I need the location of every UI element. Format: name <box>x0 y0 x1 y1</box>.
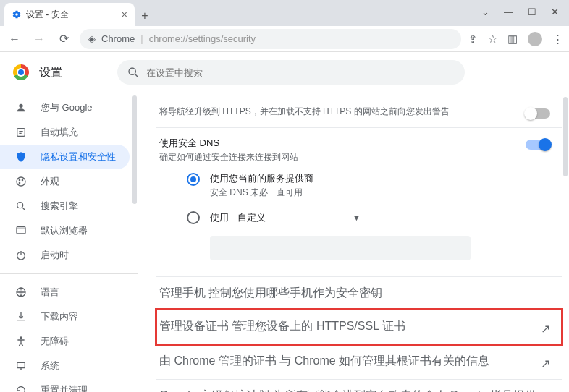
sidebar-item-on-startup[interactable]: 启动时 <box>0 243 138 268</box>
row-advanced-protection[interactable]: Google 高级保护计划 为所有可能会遭到定向攻击的个人 Google 帐号提… <box>156 379 562 392</box>
svg-point-5 <box>19 179 20 180</box>
svg-point-0 <box>129 68 135 74</box>
sidebar-item-accessibility[interactable]: 无障碍 <box>0 329 138 354</box>
sidebar-item-appearance[interactable]: 外观 <box>0 169 138 194</box>
new-tab-button[interactable]: + <box>135 6 155 26</box>
svg-point-7 <box>19 182 20 183</box>
row-sub: 管理您设备上的 HTTPS/SSL 证书 <box>232 320 405 332</box>
person-icon <box>14 102 28 114</box>
close-window-icon[interactable]: ✕ <box>551 7 559 17</box>
power-icon <box>14 250 28 261</box>
menu-icon[interactable]: ⋮ <box>552 33 563 46</box>
toggle-secure-dns[interactable] <box>526 140 550 150</box>
omnibox-origin: Chrome <box>101 33 135 44</box>
radio-custom-provider[interactable]: 使用 自定义 ▼ <box>187 205 550 230</box>
radio-current-provider[interactable]: 使用您当前的服务提供商 安全 DNS 未必一直可用 <box>187 166 550 205</box>
profile-avatar[interactable] <box>528 32 542 46</box>
row-sub: 确定如何通过安全连接来连接到网站 <box>159 151 298 163</box>
dns-provider-select[interactable]: 自定义 ▼ <box>237 211 361 224</box>
sidebar-item-label: 默认浏览器 <box>41 224 88 237</box>
sidebar-item-label: 下载内容 <box>41 310 78 323</box>
share-icon[interactable]: ⇪ <box>468 33 478 46</box>
row-label: 使用安全 DNS <box>159 137 298 150</box>
row-https-upgrade[interactable]: 将导航径升级到 HTTPS，并在加载不支持 HTTPS 的网站之前向您发出警告 <box>156 97 562 127</box>
sidebar-scrollbar[interactable] <box>132 95 137 204</box>
radio-icon <box>187 211 200 224</box>
row-secure-dns: 使用安全 DNS 确定如何通过安全连接来连接到网站 使用您当前的服务提供商 安全… <box>156 127 562 276</box>
browser-icon <box>14 225 28 237</box>
svg-rect-3 <box>17 129 25 137</box>
sidebar-item-system[interactable]: 系统 <box>0 354 138 378</box>
sidebar-item-you-and-google[interactable]: 您与 Google <box>0 95 138 120</box>
reset-icon <box>14 385 28 392</box>
window-controls: ⌄ — ☐ ✕ <box>481 0 569 23</box>
sidebar-item-languages[interactable]: 语言 <box>0 280 138 304</box>
sidebar-item-search-engine[interactable]: 搜索引擎 <box>0 194 138 218</box>
sidebar: 您与 Google 自动填充 隐私设置和安全性 外观 搜索引擎 默认浏览器 启动… <box>0 93 139 392</box>
row-sub: 控制您使用哪些手机作为安全密钥 <box>208 286 382 299</box>
search-icon <box>14 200 28 212</box>
tab-title: 设置 - 安全 <box>26 9 69 21</box>
accessibility-icon <box>14 336 28 347</box>
back-button[interactable]: ← <box>6 30 23 48</box>
reload-button[interactable]: ⟳ <box>55 30 72 48</box>
row-manage-phones[interactable]: 管理手机 控制您使用哪些手机作为安全密钥 <box>156 276 562 310</box>
sidebar-item-label: 启动时 <box>41 249 69 262</box>
row-label: Google 高级保护计划 <box>159 389 269 392</box>
autofill-icon <box>14 127 28 138</box>
chrome-logo-icon <box>13 64 29 80</box>
external-link-icon: ↗ <box>541 357 550 370</box>
radio-label: 使用 <box>210 211 229 224</box>
sidebar-item-label: 外观 <box>41 175 59 188</box>
omnibox[interactable]: ◈ Chrome | chrome://settings/security <box>80 29 461 49</box>
dns-custom-input[interactable] <box>210 236 471 260</box>
search-input[interactable] <box>146 67 455 78</box>
sidebar-divider <box>0 273 138 274</box>
search-icon <box>127 67 139 78</box>
sidebar-item-autofill[interactable]: 自动填充 <box>0 120 138 145</box>
select-value: 自定义 <box>237 211 266 224</box>
palette-icon <box>14 176 28 187</box>
close-tab-icon[interactable]: × <box>122 9 127 20</box>
forward-button[interactable]: → <box>30 30 48 48</box>
row-label: 管理设备证书 <box>159 320 229 332</box>
svg-rect-10 <box>17 227 25 234</box>
omnibox-url: chrome://settings/security <box>149 33 256 44</box>
sidebar-item-label: 重置并清理 <box>41 384 88 392</box>
chevron-down-icon: ▼ <box>353 213 361 222</box>
svg-point-2 <box>19 104 22 108</box>
sidebar-item-privacy-security[interactable]: 隐私设置和安全性 <box>0 145 130 169</box>
search-box[interactable] <box>117 60 465 85</box>
svg-point-6 <box>22 179 22 180</box>
toggle-https-upgrade[interactable] <box>526 108 550 119</box>
globe-icon <box>14 286 28 298</box>
sidebar-item-label: 隐私设置和安全性 <box>41 150 116 163</box>
side-panel-icon[interactable]: ▥ <box>507 33 518 46</box>
row-sub: 将导航径升级到 HTTPS，并在加载不支持 HTTPS 的网站之前向您发出警告 <box>159 106 450 118</box>
svg-point-4 <box>17 177 25 186</box>
shield-icon <box>14 151 28 163</box>
sidebar-item-label: 语言 <box>41 286 59 299</box>
chrome-page-icon: ◈ <box>88 33 96 44</box>
browser-tab[interactable]: 设置 - 安全 × <box>4 3 135 26</box>
content-area: 将导航径升级到 HTTPS，并在加载不支持 HTTPS 的网站之前向您发出警告 … <box>139 93 569 392</box>
minimize-icon[interactable]: — <box>504 7 513 17</box>
svg-point-15 <box>20 337 22 339</box>
maximize-icon[interactable]: ☐ <box>528 7 536 17</box>
sidebar-item-label: 系统 <box>41 359 59 372</box>
sidebar-item-reset[interactable]: 重置并清理 <box>0 378 138 392</box>
chevron-down-icon[interactable]: ⌄ <box>481 7 489 17</box>
sidebar-item-label: 您与 Google <box>41 101 93 114</box>
download-icon <box>14 311 28 323</box>
page-header: 设置 <box>0 52 569 93</box>
row-manage-certificates[interactable]: 管理设备证书 管理您设备上的 HTTPS/SSL 证书 ↗ <box>156 310 562 344</box>
sidebar-item-default-browser[interactable]: 默认浏览器 <box>0 218 138 243</box>
row-chrome-managed-certs[interactable]: 由 Chrome 管理的证书 与 Chrome 如何管理其根证书有关的信息 ↗ <box>156 344 562 379</box>
svg-point-8 <box>17 203 23 208</box>
page-title: 设置 <box>39 65 62 80</box>
sidebar-item-downloads[interactable]: 下载内容 <box>0 304 138 329</box>
toolbar: ← → ⟳ ◈ Chrome | chrome://settings/secur… <box>0 26 569 52</box>
content-scrollbar[interactable] <box>563 97 568 176</box>
system-icon <box>14 360 28 372</box>
bookmark-icon[interactable]: ☆ <box>488 33 497 46</box>
